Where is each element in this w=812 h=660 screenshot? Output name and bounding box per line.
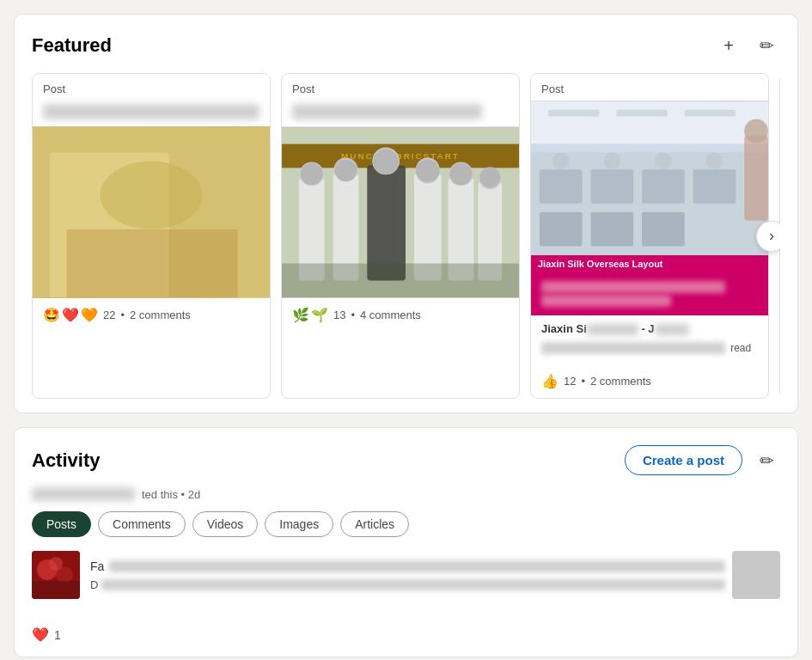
activity-post-item: Fa D [32,551,780,618]
svg-rect-11 [367,165,406,280]
post-footer-1: 🤩 ❤️ 🧡 22 • 2 comments [33,298,270,332]
post-blurred-title-1 [43,104,259,119]
svg-point-37 [603,152,620,169]
svg-point-39 [706,152,723,169]
post-desc-blurred [101,579,725,590]
svg-rect-34 [642,169,685,204]
reaction-icons-3: 👍 [541,373,559,389]
featured-title: Featured [32,34,112,57]
reaction-count-3: 12 [564,375,576,388]
tab-videos[interactable]: Videos [192,511,259,537]
svg-rect-32 [540,169,583,204]
featured-carousel: Post 🤩 ❤️ 🧡 22 [32,73,780,399]
activity-section: Activity Create a post ✏ ted this • 2d P… [14,427,798,657]
edit-featured-button[interactable]: ✏ [753,32,780,59]
svg-rect-43 [590,212,633,247]
tab-articles[interactable]: Articles [340,511,409,537]
svg-rect-20 [335,159,357,181]
post3-title: Jiaxin Si [541,322,587,335]
create-post-button[interactable]: Create a post [625,445,742,475]
svg-rect-21 [373,150,399,175]
svg-point-41 [744,119,768,144]
post-blurred-title-2 [292,104,482,119]
svg-rect-30 [616,110,668,117]
post-footer-2: 🌿 🌱 13 • 4 comments [282,298,519,332]
svg-rect-31 [685,110,736,117]
svg-rect-42 [540,212,583,247]
post-text-overlay-3: Jiaxin Si - J read [531,315,768,364]
comments-count-1: 2 comments [130,309,191,321]
activity-header: Activity Create a post ✏ [32,445,780,475]
featured-post-card-2[interactable]: Post MUNCHFABRICSTART [281,73,520,399]
edit-activity-button[interactable]: ✏ [753,447,780,474]
post-thumbnail-blurred [732,551,780,599]
post-footer-3: 👍 12 • 2 comments [531,364,768,398]
activity-user-name-blurred [32,487,135,501]
svg-rect-40 [744,135,768,220]
svg-rect-35 [693,169,736,204]
svg-text:MUNCHFABRICSTART: MUNCHFABRICSTART [341,151,460,161]
activity-avatar [32,551,80,599]
reaction-icons-1: 🤩 ❤️ 🧡 [43,307,98,323]
tab-comments[interactable]: Comments [98,511,186,537]
activity-post-title-row: Fa D [90,551,780,599]
add-featured-button[interactable]: + [715,32,742,59]
svg-rect-48 [32,581,80,599]
post-title-blurred [109,560,725,572]
activity-header-right: Create a post ✏ [625,445,780,475]
featured-actions: + ✏ [715,32,780,59]
activity-title: Activity [32,449,100,472]
svg-rect-44 [642,212,685,247]
reaction-count-2: 13 [333,309,345,321]
svg-rect-33 [590,169,633,204]
svg-rect-29 [548,110,600,117]
svg-rect-23 [450,162,473,185]
factory-overlay: Jiaxin Silk Overseas Layout [531,255,768,272]
svg-rect-19 [301,162,323,185]
comments-count-3: 2 comments [590,375,651,388]
featured-section: Featured + ✏ Post [14,14,798,413]
activity-user-bar: ted this • 2d [32,487,780,501]
read-label: read [730,342,751,354]
post-label-2: Post [282,74,519,101]
post-desc-text: D [90,578,98,591]
reaction-count: 1 [54,628,61,642]
reaction-count-1: 22 [103,309,115,321]
svg-rect-24 [479,167,500,187]
featured-post-card-3[interactable]: Post [530,73,769,399]
comments-count-2: 4 comments [360,309,421,321]
activity-post-content: Fa D [90,551,780,604]
post-title-text: Fa [90,559,104,573]
activity-action-text: ted this • 2d [142,488,200,501]
svg-rect-22 [416,159,440,183]
activity-tabs: Posts Comments Videos Images Articles [32,511,780,537]
factory-pink-banner [531,272,768,315]
svg-rect-25 [282,264,519,298]
reaction-icons-2: 🌿 🌱 [292,307,328,323]
post-image-1 [33,126,270,298]
post-image-3: Jiaxin Silk Overseas Layout [531,101,768,272]
svg-rect-3 [67,229,238,297]
svg-point-36 [553,152,570,169]
activity-reactions: ❤️ 1 [32,626,780,643]
tab-posts[interactable]: Posts [32,511,91,537]
post-image-2: MUNCHFABRICSTART [282,126,519,298]
featured-header: Featured + ✏ [32,32,780,59]
svg-point-2 [100,161,202,229]
svg-rect-28 [531,101,768,144]
post-label-1: Post [33,74,270,101]
svg-point-49 [49,557,63,571]
featured-post-card-1[interactable]: Post 🤩 ❤️ 🧡 22 [32,73,271,399]
svg-point-38 [655,152,672,169]
heart-reaction-icon: ❤️ [32,626,49,643]
post-label-3: Post [531,74,768,101]
carousel-next-button[interactable]: › [756,221,780,252]
tab-images[interactable]: Images [265,511,333,537]
